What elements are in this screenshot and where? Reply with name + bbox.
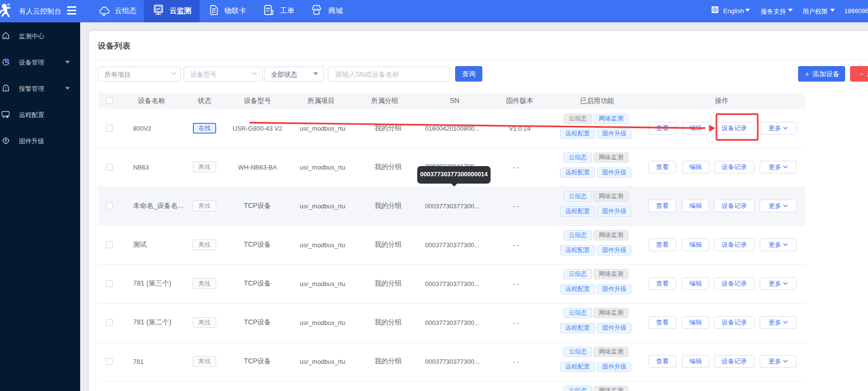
svg-text:R: R bbox=[8, 3, 9, 6]
